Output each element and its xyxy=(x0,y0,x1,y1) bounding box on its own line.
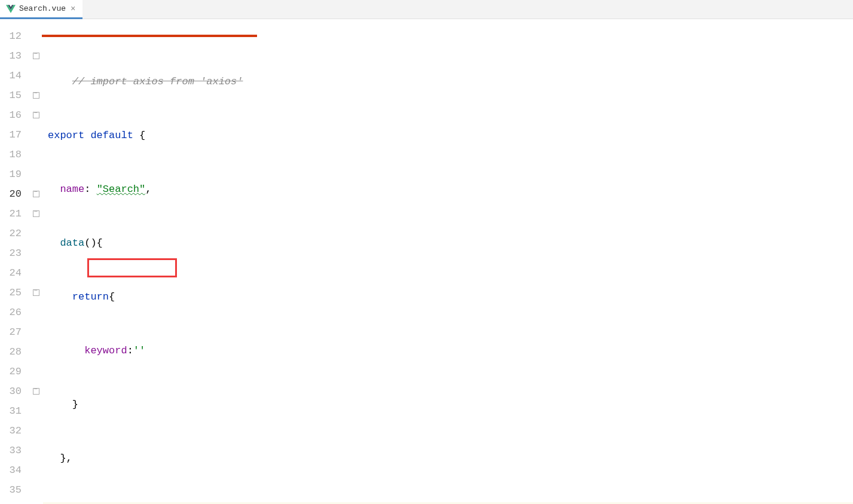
editor-body: 12 13 14 15 16 17 18 19 20 21 22 23 24 2… xyxy=(0,19,853,504)
fold-toggle[interactable] xyxy=(33,210,39,217)
gutter: 12 13 14 15 16 17 18 19 20 21 22 23 24 2… xyxy=(0,19,29,504)
red-strike-annotation xyxy=(42,35,257,37)
code-line[interactable]: return{ xyxy=(43,287,853,307)
fold-column xyxy=(29,19,43,504)
line-number[interactable]: 17 xyxy=(0,125,22,145)
fold-toggle[interactable] xyxy=(33,388,39,395)
line-number[interactable]: 26 xyxy=(0,303,22,322)
tab-label: Search.vue xyxy=(19,4,66,13)
line-number[interactable]: 16 xyxy=(0,105,22,125)
line-number[interactable]: 32 xyxy=(0,421,22,441)
line-number[interactable]: 21 xyxy=(0,204,22,224)
code-line[interactable]: } xyxy=(43,395,853,414)
fold-toggle[interactable] xyxy=(33,112,39,118)
code-line[interactable]: name: "Search", xyxy=(43,179,853,199)
code-line[interactable]: }, xyxy=(43,448,853,468)
line-number[interactable]: 33 xyxy=(0,441,22,460)
fold-toggle[interactable] xyxy=(33,92,39,99)
line-number[interactable]: 23 xyxy=(0,243,22,263)
line-number[interactable]: 28 xyxy=(0,342,22,362)
line-number[interactable]: 30 xyxy=(0,381,22,401)
line-number[interactable]: 22 xyxy=(0,224,22,243)
line-number[interactable]: 27 xyxy=(0,322,22,342)
vue-icon xyxy=(6,5,16,13)
editor-container: Search.vue × 12 13 14 15 16 17 18 19 20 … xyxy=(0,0,853,504)
line-number[interactable]: 13 xyxy=(0,46,22,66)
line-number[interactable]: 20 xyxy=(0,184,22,204)
fold-toggle[interactable] xyxy=(33,53,39,59)
fold-toggle[interactable] xyxy=(33,191,39,197)
code-area[interactable]: // import axios from 'axios' export defa… xyxy=(43,19,853,504)
line-number[interactable]: 24 xyxy=(0,263,22,283)
code-line[interactable]: keyword:'' xyxy=(43,341,853,361)
code-line[interactable]: data(){ xyxy=(43,233,853,253)
code-line[interactable]: export default { xyxy=(43,126,853,145)
line-number[interactable]: 29 xyxy=(0,362,22,381)
line-number[interactable]: 35 xyxy=(0,480,22,500)
line-number[interactable]: 19 xyxy=(0,164,22,184)
tab-search-vue[interactable]: Search.vue × xyxy=(0,0,82,19)
fold-toggle[interactable] xyxy=(33,289,39,296)
line-number[interactable]: 31 xyxy=(0,401,22,421)
code-line[interactable]: // import axios from 'axios' xyxy=(43,72,853,91)
close-icon[interactable]: × xyxy=(69,4,77,14)
line-number[interactable]: 18 xyxy=(0,145,22,164)
line-number[interactable]: 12 xyxy=(0,26,22,46)
tab-bar: Search.vue × xyxy=(0,0,853,19)
line-number[interactable]: 34 xyxy=(0,460,22,480)
line-number[interactable]: 25 xyxy=(0,283,22,303)
line-number[interactable]: 15 xyxy=(0,85,22,105)
red-box-annotation xyxy=(87,258,177,277)
line-number[interactable]: 14 xyxy=(0,66,22,85)
